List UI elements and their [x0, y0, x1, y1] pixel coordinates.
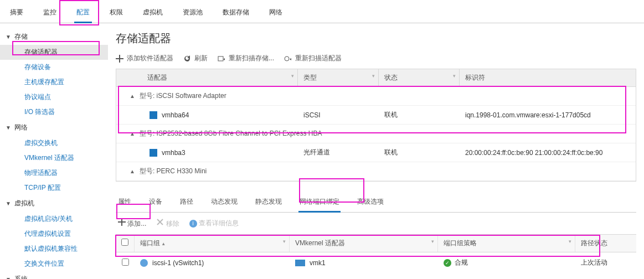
sidebar-storage-group[interactable]: ▼存储: [0, 29, 108, 45]
triangle-down-icon: ▲: [130, 93, 135, 99]
portgroup-name: iscsi-1 (vSwitch1): [152, 259, 204, 267]
info-icon: i: [189, 220, 197, 228]
adapter-name: vmhba3: [162, 149, 186, 157]
adapter-group-fc[interactable]: ▲型号: ISP2532-based 8Gb Fibre Channel to …: [116, 125, 636, 143]
sidebar: ▼存储 存储适配器 存储设备 主机缓存配置 协议端点 I/O 筛选器 ▼网络 虚…: [0, 23, 108, 279]
sidebar-item-physical-adapters[interactable]: 物理适配器: [0, 166, 108, 180]
toolbar-label: 添加...: [127, 220, 146, 228]
adapter-icon: [150, 149, 157, 157]
page-title: 存储适配器: [116, 31, 636, 46]
policy-text: 合规: [455, 258, 468, 267]
column-policy[interactable]: 端口组策略: [438, 235, 575, 252]
view-details-button[interactable]: i 查看详细信息: [189, 219, 239, 228]
tab-advanced[interactable]: 高级选项: [356, 194, 385, 212]
tab-port-binding[interactable]: 网络端口绑定: [298, 194, 341, 212]
toolbar-label: 重新扫描存储...: [229, 54, 274, 63]
portgroup-icon: [140, 259, 148, 267]
remove-icon: [156, 218, 164, 226]
sidebar-item-swap-location[interactable]: 交换文件位置: [0, 256, 108, 271]
tab-dynamic-discovery[interactable]: 动态发现: [210, 194, 239, 212]
sidebar-vm-group[interactable]: ▼虚拟机: [0, 195, 108, 211]
add-binding-button[interactable]: 添加...: [118, 218, 146, 229]
adapter-group-label: 型号: ISP2532-based 8Gb Fibre Channel to P…: [140, 129, 322, 138]
tab-summary[interactable]: 摘要: [8, 4, 25, 23]
adapter-row[interactable]: vmhba3 光纤通道 联机 20:00:00:24:ff:0c:be:90 2…: [116, 143, 636, 162]
plus-icon: [118, 218, 126, 226]
tab-permissions[interactable]: 权限: [107, 4, 125, 23]
column-adapter[interactable]: 适配器: [116, 69, 298, 86]
select-all-checkbox[interactable]: [121, 239, 128, 246]
tab-devices[interactable]: 设备: [148, 194, 163, 212]
sidebar-item-vswitch[interactable]: 虚拟交换机: [0, 136, 108, 151]
sidebar-item-protocol-endpoints[interactable]: 协议端点: [0, 90, 108, 105]
sidebar-item-storage-adapters[interactable]: 存储适配器: [0, 45, 108, 60]
adapter-icon: [150, 111, 157, 119]
sidebar-item-storage-devices[interactable]: 存储设备: [0, 60, 108, 75]
binding-row[interactable]: iscsi-1 (vSwitch1) vmk1 ✓合规 上次活动: [116, 252, 636, 273]
rescan-storage-icon: [218, 55, 225, 63]
triangle-down-icon: ▲: [130, 168, 135, 174]
rescan-storage-button[interactable]: 重新扫描存储...: [218, 54, 274, 63]
tab-paths[interactable]: 路径: [179, 194, 194, 212]
chevron-down-icon: ▼: [6, 125, 11, 131]
toolbar-label: 重新扫描适配器: [295, 54, 342, 63]
tab-network[interactable]: 网络: [267, 4, 285, 23]
sidebar-item-io-filters[interactable]: I/O 筛选器: [0, 105, 108, 120]
column-vmkernel[interactable]: VMkernel 适配器: [290, 235, 438, 252]
adapter-row[interactable]: vmhba64 iSCSI 联机 iqn.1998-01.com.vmware:…: [116, 106, 636, 125]
column-id[interactable]: 标识符: [460, 69, 636, 86]
binding-grid-header: 端口组 VMkernel 适配器 端口组策略 路径状态: [116, 235, 636, 252]
vmkernel-name: vmk1: [310, 259, 326, 267]
content-area: 存储适配器 添加软件适配器 刷新 重新扫描存储... 重新扫描适配器 适配器: [108, 23, 644, 279]
adapter-name: vmhba64: [162, 111, 189, 119]
plus-icon: [116, 55, 123, 63]
toolbar-label: 移除: [166, 220, 179, 228]
sidebar-group-label: 系统: [14, 275, 28, 279]
binding-toolbar: 添加... 移除 i 查看详细信息: [116, 213, 636, 234]
toolbar-label: 刷新: [194, 54, 208, 63]
top-tabs: 摘要 监控 配置 权限 虚拟机 资源池 数据存储 网络: [0, 0, 644, 23]
sidebar-item-vmkernel[interactable]: VMkernel 适配器: [0, 151, 108, 166]
sidebar-item-vm-compat[interactable]: 默认虚拟机兼容性: [0, 241, 108, 256]
tab-static-discovery[interactable]: 静态发现: [254, 194, 283, 212]
column-checkbox[interactable]: [116, 235, 135, 252]
refresh-button[interactable]: 刷新: [183, 54, 208, 63]
rescan-adapter-button[interactable]: 重新扫描适配器: [284, 54, 342, 63]
tab-monitor[interactable]: 监控: [41, 4, 59, 23]
adapter-group-iscsi[interactable]: ▲型号: iSCSI Software Adapter: [116, 87, 636, 106]
adapter-group-perc[interactable]: ▲型号: PERC H330 Mini: [116, 162, 636, 181]
svg-point-1: [285, 56, 289, 61]
tab-configure[interactable]: 配置: [74, 4, 92, 23]
sidebar-item-tcpip[interactable]: TCP/IP 配置: [0, 180, 108, 195]
column-type[interactable]: 类型: [298, 69, 379, 86]
adapter-identifier: 20:00:00:24:ff:0c:be:90 21:00:00:24:ff:0…: [460, 144, 636, 161]
adapter-grid: 适配器 类型 状态 标识符 ▲型号: iSCSI Software Adapte…: [116, 69, 636, 182]
tab-properties[interactable]: 属性: [117, 194, 132, 212]
tab-respool[interactable]: 资源池: [181, 4, 205, 23]
adapter-status: 联机: [379, 143, 460, 162]
adapter-type: iSCSI: [298, 107, 379, 123]
sidebar-item-agent-vm[interactable]: 代理虚拟机设置: [0, 226, 108, 241]
sidebar-network-group[interactable]: ▼网络: [0, 120, 108, 136]
triangle-down-icon: ▲: [130, 131, 135, 137]
column-status[interactable]: 状态: [379, 69, 460, 86]
check-circle-icon: ✓: [444, 259, 451, 267]
tab-datastore[interactable]: 数据存储: [220, 4, 251, 23]
sidebar-group-label: 网络: [14, 123, 28, 132]
sidebar-group-label: 存储: [14, 32, 28, 42]
detail-tabs: 属性 设备 路径 动态发现 静态发现 网络端口绑定 高级选项: [116, 185, 636, 213]
sidebar-system-group[interactable]: ▼系统: [0, 271, 108, 279]
sidebar-item-host-cache[interactable]: 主机缓存配置: [0, 75, 108, 90]
row-checkbox[interactable]: [122, 259, 129, 266]
add-software-adapter-button[interactable]: 添加软件适配器: [116, 54, 173, 63]
column-path-status[interactable]: 路径状态: [575, 235, 636, 252]
path-status-text: 上次活动: [575, 252, 636, 273]
adapter-identifier: iqn.1998-01.com.vmware:esxi-1-177d05cd: [460, 107, 636, 123]
column-portgroup[interactable]: 端口组: [135, 235, 290, 252]
remove-binding-button[interactable]: 移除: [156, 218, 179, 229]
sidebar-item-vm-startup[interactable]: 虚拟机启动/关机: [0, 211, 108, 226]
toolbar-label: 添加软件适配器: [127, 54, 173, 63]
chevron-down-icon: ▼: [6, 34, 11, 40]
refresh-icon: [183, 55, 191, 63]
tab-vms[interactable]: 虚拟机: [141, 4, 165, 23]
